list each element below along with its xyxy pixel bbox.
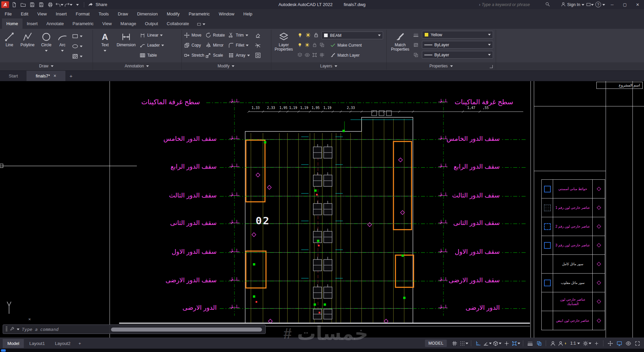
- offset-button[interactable]: [255, 52, 261, 58]
- menu-help[interactable]: Help: [244, 11, 253, 16]
- erase-button[interactable]: [255, 32, 261, 38]
- model-space-button[interactable]: MODEL: [425, 340, 447, 347]
- sign-in-button[interactable]: Sign In: [567, 2, 580, 7]
- ribbon-tab-manage[interactable]: Manage: [116, 18, 141, 29]
- minimize-button[interactable]: ─: [606, 0, 618, 9]
- object-color-dropdown[interactable]: Yellow: [422, 31, 493, 39]
- close-button[interactable]: ✕: [632, 0, 643, 9]
- rectangle-tool-button[interactable]: [72, 33, 83, 40]
- file-tab-finals7[interactable]: finals7* ✕: [27, 71, 65, 81]
- grid-display-icon[interactable]: [450, 339, 459, 348]
- explode-button[interactable]: [255, 42, 261, 48]
- menu-insert[interactable]: Insert: [56, 11, 67, 16]
- menu-tools[interactable]: Tools: [99, 11, 109, 16]
- circle-tool-button[interactable]: Circle: [38, 30, 54, 62]
- plot-button[interactable]: [46, 0, 54, 9]
- selection-cycling-icon[interactable]: [535, 339, 543, 348]
- annotation-panel-label[interactable]: Annotation: [125, 64, 149, 68]
- table-button[interactable]: Table: [140, 52, 157, 58]
- lineweight-dropdown[interactable]: ByLayer: [422, 51, 493, 59]
- search-icon[interactable]: [545, 2, 550, 8]
- ribbon-tab-annotate[interactable]: Annotate: [42, 18, 68, 29]
- line-tool-button[interactable]: Line: [2, 30, 17, 62]
- copy-button[interactable]: Copy: [184, 42, 201, 48]
- annotation-autoscale-icon[interactable]: [558, 339, 568, 348]
- ribbon-tab-view[interactable]: View: [98, 18, 116, 29]
- open-file-button[interactable]: [19, 0, 27, 9]
- layers-panel-label[interactable]: Layers: [320, 64, 337, 68]
- ribbon-display-toggle[interactable]: [197, 22, 205, 29]
- object-snap-icon[interactable]: [512, 339, 520, 348]
- menu-view[interactable]: View: [37, 11, 47, 16]
- help-caret-icon[interactable]: [602, 4, 605, 7]
- scale-button[interactable]: Scale: [205, 52, 223, 58]
- command-caret-icon[interactable]: [17, 329, 19, 332]
- ribbon-tab-insert[interactable]: Insert: [22, 18, 42, 29]
- share-label[interactable]: Share: [96, 2, 107, 7]
- modify-panel-label[interactable]: Modify: [218, 64, 234, 68]
- ribbon-tab-parametric[interactable]: Parametric: [68, 18, 98, 29]
- user-icon[interactable]: [561, 2, 566, 8]
- isometric-drafting-icon[interactable]: [493, 339, 501, 348]
- menu-dimension[interactable]: Dimension: [137, 11, 158, 16]
- layout-tab-model[interactable]: Model: [3, 339, 24, 348]
- ribbon-tab-output[interactable]: Output: [141, 18, 162, 29]
- search-input[interactable]: [482, 2, 544, 7]
- layer-lock-icon[interactable]: [313, 32, 319, 38]
- leader-button[interactable]: Leader: [140, 42, 164, 48]
- apps-icon[interactable]: [586, 0, 594, 9]
- linetype-dropdown[interactable]: ByLayer: [422, 41, 493, 49]
- snap-mode-icon[interactable]: [460, 339, 468, 348]
- new-layout-button[interactable]: +: [76, 339, 84, 348]
- layer-tool-icon[interactable]: [312, 42, 317, 48]
- menu-edit[interactable]: Edit: [21, 11, 28, 16]
- save-as-button[interactable]: [37, 0, 45, 9]
- properties-tool-icon[interactable]: [413, 52, 419, 58]
- layer-tool-icon[interactable]: [297, 52, 303, 58]
- move-button[interactable]: Move: [184, 32, 201, 38]
- annotation-scale-button[interactable]: 1:1: [569, 341, 582, 346]
- sign-in-caret-icon[interactable]: [582, 4, 584, 7]
- dimension-tool-button[interactable]: Dimension: [115, 30, 137, 62]
- workspace-switching-icon[interactable]: [583, 339, 591, 348]
- command-close-icon[interactable]: ✕: [28, 317, 31, 321]
- command-scrollbar-thumb[interactable]: [111, 328, 262, 332]
- text-tool-button[interactable]: A Text: [97, 30, 113, 62]
- properties-tool-icon[interactable]: [413, 32, 419, 38]
- match-properties-button[interactable]: Match Properties: [389, 30, 411, 62]
- layer-thaw-icon[interactable]: [305, 32, 311, 38]
- command-input[interactable]: Type a command: [22, 327, 59, 332]
- annotation-visibility-icon[interactable]: [549, 339, 557, 348]
- save-button[interactable]: [28, 0, 36, 9]
- arc-tool-button[interactable]: Arc: [56, 30, 69, 62]
- maximize-button[interactable]: ▢: [619, 0, 631, 9]
- status-plus-icon[interactable]: [592, 339, 600, 348]
- draw-panel-label[interactable]: Draw: [39, 64, 53, 68]
- polyline-tool-button[interactable]: Polyline: [18, 30, 37, 62]
- ortho-mode-icon[interactable]: [474, 339, 482, 348]
- command-customize-icon[interactable]: [10, 327, 14, 332]
- layer-tool-icon[interactable]: [312, 52, 317, 58]
- layer-tool-icon[interactable]: [319, 42, 325, 48]
- layer-properties-button[interactable]: Layer Properties: [273, 30, 294, 62]
- dialog-launcher-icon[interactable]: [490, 65, 493, 68]
- rotate-button[interactable]: Rotate: [205, 32, 225, 38]
- lineweight-icon[interactable]: [526, 339, 534, 348]
- qat-customize-button[interactable]: [73, 0, 82, 9]
- fillet-button[interactable]: Fillet: [228, 42, 249, 48]
- isolate-objects-icon[interactable]: [624, 339, 632, 348]
- command-grip[interactable]: [6, 327, 7, 332]
- help-icon[interactable]: ?: [595, 2, 601, 7]
- trim-button[interactable]: Trim: [228, 32, 248, 38]
- new-file-button[interactable]: [10, 0, 18, 9]
- menu-file[interactable]: File: [5, 11, 12, 16]
- polar-tracking-icon[interactable]: [483, 339, 492, 348]
- linear-dimension-button[interactable]: Linear: [140, 32, 163, 38]
- mirror-button[interactable]: Mirror: [205, 42, 223, 48]
- new-drawing-tab-button[interactable]: +: [65, 71, 76, 81]
- pan-icon[interactable]: [606, 339, 614, 348]
- menu-window[interactable]: Window: [219, 11, 234, 16]
- stretch-button[interactable]: Stretch: [184, 52, 204, 58]
- file-tab-start[interactable]: Start: [0, 71, 27, 81]
- command-line[interactable]: Type a command: [3, 325, 266, 334]
